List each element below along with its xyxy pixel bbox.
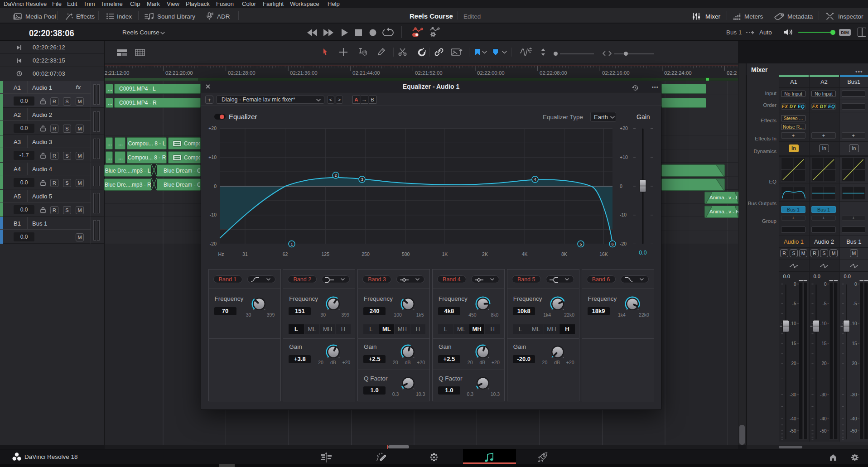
- svg-text:-20: -20: [210, 241, 217, 246]
- svg-text:1K: 1K: [442, 251, 448, 257]
- svg-text:-40: -40: [820, 416, 827, 421]
- svg-text:-10: -10: [620, 212, 627, 217]
- svg-text:-15: -15: [790, 341, 796, 346]
- svg-text:500: 500: [402, 251, 410, 257]
- svg-text:-50: -50: [850, 428, 857, 433]
- svg-text:-5: -5: [822, 301, 826, 306]
- svg-text:-20: -20: [850, 361, 857, 366]
- svg-text:6: 6: [612, 242, 614, 246]
- svg-text:Hz: Hz: [218, 251, 224, 257]
- svg-text:125: 125: [322, 251, 330, 257]
- svg-text:-10: -10: [850, 321, 857, 326]
- svg-text:250: 250: [362, 251, 370, 257]
- svg-text:+10: +10: [208, 154, 217, 160]
- svg-text:-20: -20: [820, 361, 827, 366]
- svg-text:5: 5: [580, 242, 582, 246]
- svg-text:0: 0: [854, 282, 857, 287]
- svg-text:0: 0: [793, 282, 796, 287]
- svg-text:+10: +10: [620, 154, 628, 160]
- svg-text:-30: -30: [850, 392, 857, 397]
- svg-text:-15: -15: [850, 341, 857, 346]
- svg-text:+20: +20: [208, 125, 217, 131]
- svg-text:-10: -10: [820, 321, 827, 326]
- svg-text:-30: -30: [790, 392, 796, 397]
- svg-text:-50: -50: [820, 428, 827, 433]
- svg-text:-40: -40: [790, 416, 796, 421]
- svg-text:8K: 8K: [561, 251, 567, 257]
- svg-text:-30: -30: [820, 392, 827, 397]
- svg-text:2K: 2K: [482, 251, 488, 257]
- svg-text:-5: -5: [853, 301, 857, 306]
- svg-text:0: 0: [214, 183, 217, 189]
- svg-text:-15: -15: [820, 341, 827, 346]
- svg-text:1: 1: [291, 242, 293, 246]
- svg-text:+20: +20: [620, 125, 628, 131]
- svg-text:4K: 4K: [522, 251, 528, 257]
- svg-text:0: 0: [620, 183, 622, 189]
- svg-text:0: 0: [824, 282, 826, 287]
- svg-text:-20: -20: [620, 241, 627, 246]
- svg-text:-10: -10: [210, 212, 217, 217]
- svg-text:-10: -10: [790, 321, 796, 326]
- svg-text:2: 2: [335, 173, 337, 178]
- svg-text:-5: -5: [792, 301, 796, 306]
- svg-text:-50: -50: [790, 428, 796, 433]
- svg-text:4: 4: [534, 177, 536, 182]
- svg-text:-40: -40: [850, 416, 857, 421]
- svg-text:31: 31: [242, 251, 248, 257]
- svg-text:16K: 16K: [599, 251, 608, 257]
- svg-text:-20: -20: [790, 361, 796, 366]
- svg-text:3: 3: [361, 177, 363, 182]
- svg-text:0.0: 0.0: [639, 250, 646, 256]
- svg-text:62: 62: [283, 251, 288, 257]
